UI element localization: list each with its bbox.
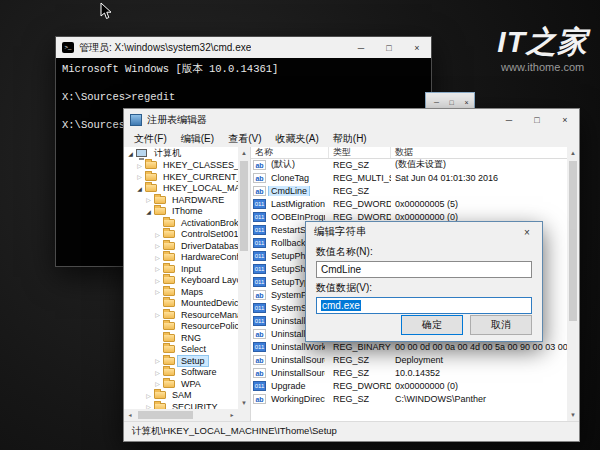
tree-item[interactable]: ◢计算机 (124, 148, 238, 160)
minimize-button[interactable]: ─ (429, 99, 444, 106)
expander-icon[interactable]: ◢ (135, 185, 144, 192)
menu-item-1[interactable]: 编辑(E) (174, 132, 221, 146)
registry-value-row[interactable]: ab(默认)REG_SZ(数值未设置) (251, 158, 567, 171)
tree-item[interactable]: ▷ResourceManager (124, 309, 238, 321)
tree-item[interactable]: ▷Input (124, 263, 238, 275)
registry-value-row[interactable]: abCmdLineREG_SZ (251, 184, 567, 197)
registry-value-row[interactable]: abUninstallSourc...REG_SZDeployment (251, 353, 567, 366)
scroll-up-icon[interactable]: ▲ (567, 147, 579, 159)
expander-icon[interactable]: ▷ (153, 231, 162, 238)
value-name-field[interactable]: CmdLine (316, 261, 532, 278)
tree-item[interactable]: ▷SECURITY (124, 401, 238, 409)
expander-icon[interactable]: ▷ (135, 162, 144, 169)
scrollbar-corner (238, 409, 250, 421)
tree-item[interactable]: ▷HARDWARE (124, 194, 238, 206)
menu-bar: 文件(F)编辑(E)查看(V)收藏夹(A)帮助(H) (124, 130, 579, 148)
expander-icon[interactable]: ▷ (153, 254, 162, 261)
close-button[interactable]: × (551, 109, 579, 130)
expander-icon[interactable]: ▷ (153, 277, 162, 284)
reg-sz-icon: ab (253, 355, 266, 365)
registry-value-row[interactable]: 011UpgradeREG_DWORD0x00000000 (0) (251, 379, 567, 392)
value-name-text: CmdLine (321, 264, 361, 275)
folder-icon (145, 173, 157, 181)
tree-item[interactable]: ◢HKEY_LOCAL_MACHINE (124, 183, 238, 195)
tree-item[interactable]: ResourcePolicyStore (124, 321, 238, 333)
mouse-cursor-icon (100, 2, 113, 21)
tree-item[interactable]: ▷WPA (124, 378, 238, 390)
scrollbar-thumb[interactable] (138, 411, 193, 419)
maximize-button[interactable]: □ (523, 109, 551, 130)
tree-item[interactable]: ▷ControlSet001 (124, 229, 238, 241)
expander-icon[interactable]: ▷ (153, 369, 162, 376)
tree-item[interactable]: ▷HKEY_CLASSES_ROOT (124, 160, 238, 172)
close-icon[interactable]: × (512, 222, 542, 242)
expander-icon[interactable]: ▷ (153, 242, 162, 249)
menu-item-2[interactable]: 查看(V) (221, 132, 268, 146)
expander-icon[interactable]: ◢ (126, 150, 135, 157)
registry-value-row[interactable]: abWorkingDirect...REG_SZC:\WINDOWS\Panth… (251, 392, 567, 405)
value-data-field[interactable]: cmd.exe (316, 297, 532, 314)
registry-value-row[interactable]: 011LastMigration...REG_DWORD0x00000005 (… (251, 197, 567, 210)
list-vertical-scrollbar[interactable]: ▲ ▼ (567, 147, 579, 421)
scroll-up-icon[interactable]: ▲ (238, 147, 250, 159)
tree-item[interactable]: ▷Maps (124, 286, 238, 298)
tree-item[interactable]: MountedDevices (124, 298, 238, 310)
folder-icon (163, 368, 175, 376)
expander-icon[interactable]: ▷ (144, 196, 153, 203)
ok-button[interactable]: 确定 (401, 315, 463, 335)
expander-icon[interactable]: ▷ (153, 311, 162, 318)
column-header-0[interactable]: 名称 (251, 147, 329, 158)
folder-icon (163, 311, 175, 319)
menu-item-4[interactable]: 帮助(H) (326, 132, 374, 146)
reg-sz-icon: ab (253, 368, 266, 378)
maximize-button[interactable]: □ (375, 37, 403, 58)
value-data: Deployment (391, 355, 567, 365)
cancel-button[interactable]: 取消 (470, 315, 532, 335)
expander-icon[interactable]: ▷ (153, 357, 162, 364)
close-button[interactable]: × (403, 37, 431, 58)
menu-item-0[interactable]: 文件(F) (127, 132, 174, 146)
minimize-button[interactable]: ─ (347, 37, 375, 58)
expander-icon[interactable]: ▷ (135, 173, 144, 180)
registry-value-row[interactable]: abUninstallSourc...REG_SZ10.0.14352 (251, 366, 567, 379)
tree-item[interactable]: Select (124, 344, 238, 356)
maximize-button[interactable]: □ (444, 99, 459, 106)
tree-item[interactable]: ▷SAM (124, 390, 238, 402)
value-type: REG_DWORD (329, 199, 391, 209)
scrollbar-thumb[interactable] (569, 161, 577, 321)
cmd-titlebar[interactable]: 管理员: X:\windows\system32\cmd.exe ─ □ × (56, 37, 431, 58)
regedit-titlebar[interactable]: 注册表编辑器 ─ □ × (124, 109, 579, 130)
value-data: 0x00000000 (0) (391, 381, 567, 391)
reg-sz-icon: ab (253, 394, 266, 404)
tree-item[interactable]: RNG (124, 332, 238, 344)
registry-value-row[interactable]: abCloneTagREG_MULTI_SZSat Jun 04 01:01:3… (251, 171, 567, 184)
expander-icon[interactable]: ▷ (153, 288, 162, 295)
dialog-titlebar[interactable]: 编辑字符串 × (306, 222, 542, 242)
column-header-1[interactable]: 类型 (329, 147, 391, 158)
tree-item[interactable]: ◢IThome (124, 206, 238, 218)
tree-item[interactable]: ▷Setup (124, 355, 238, 367)
scroll-down-icon[interactable]: ▼ (238, 397, 250, 409)
menu-item-3[interactable]: 收藏夹(A) (268, 132, 325, 146)
folder-icon (163, 345, 175, 353)
expander-icon[interactable]: ◢ (144, 208, 153, 215)
tree-item[interactable]: ▷HardwareConfig (124, 252, 238, 264)
tree-item-label: Select (178, 344, 209, 354)
expander-icon[interactable]: ▷ (153, 380, 162, 387)
column-header-2[interactable]: 数据 (391, 147, 567, 158)
tree-horizontal-scrollbar[interactable]: ◂ ▸ (124, 409, 238, 421)
tree-item[interactable]: ▷DriverDatabase (124, 240, 238, 252)
scroll-right-icon[interactable]: ▸ (226, 409, 238, 421)
tree-item[interactable]: ▷Software (124, 367, 238, 379)
scrollbar-thumb[interactable] (240, 161, 248, 251)
scroll-down-icon[interactable]: ▼ (567, 409, 579, 421)
expander-icon[interactable]: ▷ (153, 265, 162, 272)
expander-icon[interactable]: ▷ (144, 392, 153, 399)
tree-vertical-scrollbar[interactable]: ▲ ▼ (238, 147, 250, 409)
tree-item[interactable]: ▷HKEY_CURRENT_USER (124, 171, 238, 183)
tree-item[interactable]: ▷Keyboard Layout (124, 275, 238, 287)
tree-item[interactable]: ActivationBroker (124, 217, 238, 229)
close-button[interactable]: × (459, 99, 474, 106)
scroll-left-icon[interactable]: ◂ (124, 409, 136, 421)
minimize-button[interactable]: ─ (495, 109, 523, 130)
